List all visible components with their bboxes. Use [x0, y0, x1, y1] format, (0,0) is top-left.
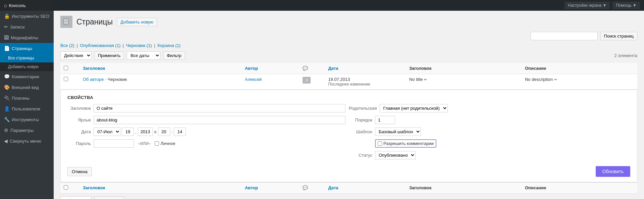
- year-input[interactable]: [138, 128, 153, 136]
- sidebar-item-seo[interactable]: 🔒 Инструменты SEO: [0, 11, 54, 21]
- password-row: Пароль –ИЛИ– Личное: [67, 139, 345, 148]
- filter-links: Все (2) | Опубликованная (1) | Черновик …: [60, 43, 637, 48]
- add-new-page-button[interactable]: Добавить новую: [117, 18, 157, 26]
- row-date: 19.07.2013: [328, 77, 402, 82]
- properties-actions-row: Отмена Обновить: [67, 166, 630, 177]
- sidebar-item-all-pages[interactable]: Все страницы: [0, 54, 54, 62]
- sidebar-item-settings[interactable]: ⚙ Параметры: [0, 125, 54, 136]
- row-title-link[interactable]: Об авторе: [83, 77, 104, 82]
- apply-button-bottom[interactable]: Применить: [94, 196, 124, 199]
- date-label: Дата: [67, 129, 91, 134]
- filter-button-top[interactable]: Фильтр: [163, 51, 185, 60]
- sort-date-link[interactable]: Дата: [328, 66, 338, 71]
- comments-icon-header: 💬: [303, 66, 308, 71]
- select-all-checkbox-top[interactable]: [64, 66, 68, 70]
- template-label: Шаблон: [349, 129, 372, 134]
- row-heading-cell: No title ✏: [406, 74, 522, 90]
- sidebar-item-plugins[interactable]: 🔌 Плагины: [0, 93, 54, 103]
- topbar: Настройки экрана ▼ Помощь ▼: [54, 0, 644, 11]
- sort-title-link[interactable]: Заголовок: [83, 66, 105, 71]
- col-footer-description: Описание: [522, 183, 637, 194]
- sort-author-link[interactable]: Автор: [245, 66, 258, 71]
- sidebar-item-users[interactable]: 👤 Пользователи: [0, 103, 54, 114]
- properties-grid: Заголовок Ярлык Дата: [67, 104, 630, 163]
- sidebar-item-collapse[interactable]: ◀ Свернуть меню: [0, 136, 54, 146]
- sidebar-item-comments[interactable]: 💬 Комментарии: [0, 71, 54, 82]
- page-icon: [60, 16, 72, 28]
- properties-cell: СВОЙСТВА Заголовок: [60, 90, 637, 183]
- sidebar-item-pages[interactable]: 📄 Страницы: [0, 43, 54, 54]
- row-description-cell: No description ✏: [522, 74, 637, 90]
- plugins-icon: 🔌: [4, 95, 10, 101]
- col-footer-heading: Заголовок: [406, 183, 522, 194]
- status-select[interactable]: Опубликовано Черновик: [375, 151, 416, 159]
- zagolovok-label: Заголовок: [67, 106, 91, 111]
- sidebar-item-label: Комментарии: [12, 74, 39, 79]
- sort-date-link-bottom[interactable]: Дата: [328, 185, 338, 190]
- row-author-link[interactable]: Алексей: [245, 77, 262, 82]
- sort-title-link-bottom[interactable]: Заголовок: [83, 185, 105, 190]
- row-checkbox[interactable]: [64, 77, 68, 81]
- template-select[interactable]: Базовый шаблон: [375, 128, 421, 136]
- personal-checkbox[interactable]: [155, 141, 159, 146]
- heading-edit-icon[interactable]: ✏: [424, 78, 427, 82]
- zagolovok-input[interactable]: [94, 104, 345, 112]
- actions-select-bottom[interactable]: Действия Изменить Удалить: [60, 196, 92, 199]
- search-button[interactable]: Поиск страниц: [600, 32, 637, 40]
- comments-permission-row: Разрешить комментарии: [349, 139, 627, 148]
- sidebar-item-posts[interactable]: ✏ Записи: [0, 21, 54, 32]
- col-header-title: Заголовок: [79, 63, 241, 74]
- filter-published[interactable]: Опубликованная (1): [80, 43, 121, 48]
- status-row: Статус Опубликовано Черновик: [349, 151, 627, 159]
- allow-comments-checkbox[interactable]: [378, 141, 382, 146]
- description-edit-icon[interactable]: ✏: [554, 78, 557, 82]
- day-input[interactable]: [122, 128, 134, 136]
- yarlyk-input[interactable]: [94, 116, 345, 124]
- sidebar-item-media[interactable]: 🖼 Медиафайлы: [0, 32, 54, 43]
- actions-select-top[interactable]: Действия Изменить Удалить: [60, 51, 92, 60]
- sidebar-submenu-label: Все страницы: [8, 56, 34, 60]
- filter-trash[interactable]: Корзина (1): [157, 43, 180, 48]
- screen-settings-button[interactable]: Настройки экрана ▼: [565, 2, 610, 9]
- row-status: Черновик: [108, 77, 127, 82]
- sidebar-item-console[interactable]: ⌂ Консоль: [0, 0, 54, 11]
- apply-button-top[interactable]: Применить: [94, 51, 124, 60]
- month-select[interactable]: 07-Июл: [94, 128, 120, 136]
- comments-icon-footer: 💬: [303, 185, 308, 190]
- sidebar-item-label: Параметры: [10, 128, 34, 133]
- pages-icon: 📄: [4, 46, 10, 51]
- help-button[interactable]: Помощь ▼: [612, 2, 640, 9]
- update-button[interactable]: Обновить: [596, 166, 630, 177]
- parent-select[interactable]: Главная (нет родительской): [380, 104, 448, 112]
- password-input[interactable]: [94, 139, 134, 148]
- posts-icon: ✏: [4, 24, 8, 30]
- sidebar-item-appearance[interactable]: 🎨 Внешний вид: [0, 82, 54, 93]
- sidebar-item-label: Инструменты: [12, 117, 39, 122]
- search-input[interactable]: [531, 32, 598, 40]
- cancel-button[interactable]: Отмена: [67, 167, 92, 176]
- sidebar-item-tools[interactable]: 🔧 Инструменты: [0, 114, 54, 125]
- col-footer-author: Автор: [241, 183, 300, 194]
- sidebar-item-add-new-page[interactable]: Добавить новую: [0, 62, 54, 71]
- main-content: Настройки экрана ▼ Помощь ▼ Страницы Доб…: [54, 0, 644, 199]
- minute-input[interactable]: [174, 128, 186, 136]
- order-input[interactable]: [375, 116, 395, 124]
- page-header: Страницы Добавить новую: [60, 16, 637, 28]
- dates-select-top[interactable]: Все даты Июль 2013: [127, 51, 160, 60]
- console-icon: ⌂: [4, 3, 7, 8]
- select-all-checkbox-bottom[interactable]: [64, 185, 68, 190]
- yarlyk-label: Ярлык: [67, 117, 91, 122]
- row-description-value: No description: [525, 77, 553, 82]
- properties-expanded-row: СВОЙСТВА Заголовок: [60, 90, 637, 183]
- sort-author-link-bottom[interactable]: Автор: [245, 185, 258, 190]
- order-label: Порядок: [349, 117, 372, 122]
- props-left: Заголовок Ярлык Дата: [67, 104, 349, 163]
- sidebar-item-label: Записи: [10, 24, 24, 30]
- filter-all[interactable]: Все (2): [60, 43, 74, 48]
- in-text: в: [154, 129, 157, 134]
- col-footer-title: Заголовок: [79, 183, 241, 194]
- properties-panel: СВОЙСТВА Заголовок: [60, 90, 637, 182]
- filter-draft[interactable]: Черновик (1): [126, 43, 152, 48]
- page-title: Страницы: [76, 17, 113, 27]
- hour-input[interactable]: [158, 128, 170, 136]
